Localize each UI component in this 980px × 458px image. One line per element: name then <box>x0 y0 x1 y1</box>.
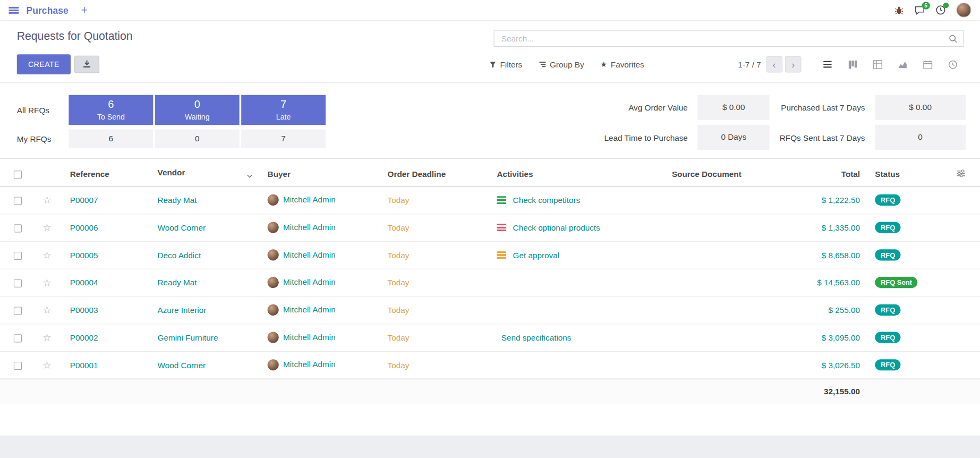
calendar-view-button[interactable] <box>915 56 940 73</box>
vendor-name[interactable]: Ready Mat <box>158 196 197 205</box>
vendor-name[interactable]: Wood Corner <box>158 360 206 370</box>
column-header-order-deadline[interactable]: Order Deadline <box>380 163 489 186</box>
rfq-row[interactable]: ☆ P00003 Azure Interior Mitchell Admin T… <box>0 296 980 324</box>
my-rfq-box[interactable]: 7 <box>241 129 326 148</box>
rfq-stat-box[interactable]: 6To Send <box>69 95 153 125</box>
buyer-name[interactable]: Mitchell Admin <box>283 305 336 315</box>
activity-label[interactable]: Check optional products <box>513 223 600 232</box>
buyer-name[interactable]: Mitchell Admin <box>283 250 336 259</box>
search-box[interactable] <box>494 30 964 47</box>
table-footer-total: 32,155.00 <box>789 379 867 404</box>
buyer-avatar <box>268 332 279 343</box>
activities-clock-icon[interactable] <box>935 5 945 15</box>
rfq-stat-box[interactable]: 0Waiting <box>155 95 240 125</box>
kanban-view-button[interactable] <box>840 56 865 73</box>
reference-link[interactable]: P00004 <box>70 278 98 287</box>
reference-link[interactable]: P00007 <box>70 196 98 205</box>
favorite-star-icon[interactable]: ☆ <box>42 194 52 205</box>
status-badge: RFQ <box>875 304 901 316</box>
favorite-star-icon[interactable]: ☆ <box>42 332 52 343</box>
buyer-name[interactable]: Mitchell Admin <box>283 277 336 287</box>
order-deadline: Today <box>388 278 410 287</box>
vendor-name[interactable]: Deco Addict <box>158 250 201 260</box>
activity-label[interactable]: Check competitors <box>513 196 581 205</box>
favorites-button[interactable]: ★ Favorites <box>600 60 644 69</box>
buyer-name[interactable]: Mitchell Admin <box>283 360 336 369</box>
list-view-button[interactable] <box>815 56 840 73</box>
create-button[interactable]: CREATE <box>17 54 71 74</box>
app-name[interactable]: Purchase <box>26 5 68 15</box>
optional-columns-toggle[interactable] <box>941 163 980 186</box>
rfq-row[interactable]: ☆ P00001 Wood Corner Mitchell Admin Toda… <box>0 351 980 379</box>
activity-label[interactable]: Send specifications <box>501 333 572 342</box>
search-input[interactable] <box>500 33 949 44</box>
activity-tasks-icon[interactable] <box>497 196 506 204</box>
vendor-name[interactable]: Azure Interior <box>158 305 207 315</box>
column-header-total[interactable]: Total <box>789 163 867 186</box>
pager-previous-button[interactable]: ‹ <box>766 56 782 73</box>
messages-icon[interactable]: 5 <box>914 5 925 15</box>
favorite-star-icon[interactable]: ☆ <box>42 222 52 233</box>
kpi-value-box[interactable]: $ 0.00 <box>698 95 770 120</box>
pivot-view-button[interactable] <box>865 56 890 73</box>
row-checkbox[interactable] <box>13 361 21 369</box>
my-rfq-box[interactable]: 6 <box>69 129 153 148</box>
search-options: Filters Group By ★ Favorites 1-7 / 7 ‹ › <box>489 56 965 73</box>
column-header-buyer[interactable]: Buyer <box>260 163 380 186</box>
row-checkbox[interactable] <box>13 197 21 205</box>
column-header-activities[interactable]: Activities <box>489 163 664 186</box>
activity-tasks-icon[interactable] <box>497 251 506 259</box>
vendor-name[interactable]: Wood Corner <box>158 223 206 232</box>
reference-link[interactable]: P00001 <box>70 360 98 370</box>
column-header-status[interactable]: Status <box>867 163 941 186</box>
buyer-name[interactable]: Mitchell Admin <box>283 333 336 342</box>
rfq-row[interactable]: ☆ P00002 Gemini Furniture Mitchell Admin… <box>0 324 980 351</box>
reference-link[interactable]: P00002 <box>70 333 98 342</box>
my-rfq-box[interactable]: 0 <box>155 129 240 148</box>
plus-icon[interactable]: + <box>81 4 87 15</box>
activity-label[interactable]: Get approval <box>513 250 560 260</box>
filters-button[interactable]: Filters <box>489 60 522 69</box>
favorite-star-icon[interactable]: ☆ <box>42 277 52 288</box>
export-button[interactable] <box>74 56 99 73</box>
reference-link[interactable]: P00005 <box>70 250 98 260</box>
kpi-value-box[interactable]: 0 <box>875 125 966 150</box>
activity-view-button[interactable] <box>940 56 965 73</box>
debug-bug-icon[interactable] <box>894 5 904 15</box>
group-by-icon <box>539 61 546 68</box>
user-avatar[interactable] <box>956 3 971 18</box>
reference-link[interactable]: P00006 <box>70 223 98 232</box>
favorite-star-icon[interactable]: ☆ <box>42 360 52 370</box>
rfq-row[interactable]: ☆ P00007 Ready Mat Mitchell Admin Today … <box>0 186 980 214</box>
column-header-reference[interactable]: Reference <box>63 163 150 186</box>
status-header-label: Status <box>875 169 900 179</box>
row-checkbox[interactable] <box>13 224 21 232</box>
kpi-value-box[interactable]: $ 0.00 <box>875 95 966 120</box>
rfq-row[interactable]: ☆ P00005 Deco Addict Mitchell Admin Toda… <box>0 241 980 269</box>
vendor-name[interactable]: Ready Mat <box>158 278 197 287</box>
reference-link[interactable]: P00003 <box>70 305 98 315</box>
pager-next-button[interactable]: › <box>785 56 802 73</box>
row-checkbox[interactable] <box>13 307 21 315</box>
buyer-name[interactable]: Mitchell Admin <box>283 195 336 205</box>
column-header-vendor[interactable]: Vendor <box>150 163 260 186</box>
column-header-source-document[interactable]: Source Document <box>664 163 789 186</box>
group-by-button[interactable]: Group By <box>539 60 584 69</box>
vendor-name[interactable]: Gemini Furniture <box>158 333 218 342</box>
rfq-row[interactable]: ☆ P00006 Wood Corner Mitchell Admin Toda… <box>0 214 980 241</box>
apps-menu-icon[interactable] <box>8 6 19 13</box>
activity-tasks-icon[interactable] <box>497 223 506 231</box>
search-icon[interactable] <box>949 34 957 43</box>
row-checkbox[interactable] <box>13 251 21 259</box>
rfq-row[interactable]: ☆ P00004 Ready Mat Mitchell Admin Today … <box>0 269 980 296</box>
kpi-value-box[interactable]: 0 Days <box>698 125 770 150</box>
favorite-star-icon[interactable]: ☆ <box>42 250 52 260</box>
buyer-name[interactable]: Mitchell Admin <box>283 223 336 232</box>
graph-view-button[interactable] <box>890 56 915 73</box>
select-all-checkbox[interactable] <box>13 171 21 179</box>
row-checkbox[interactable] <box>13 279 21 287</box>
row-checkbox[interactable] <box>13 334 21 342</box>
rfq-stats: All RFQs 6To Send0Waiting7Late My RFQs 6… <box>17 95 326 150</box>
favorite-star-icon[interactable]: ☆ <box>42 304 52 315</box>
rfq-stat-box[interactable]: 7Late <box>241 95 326 125</box>
